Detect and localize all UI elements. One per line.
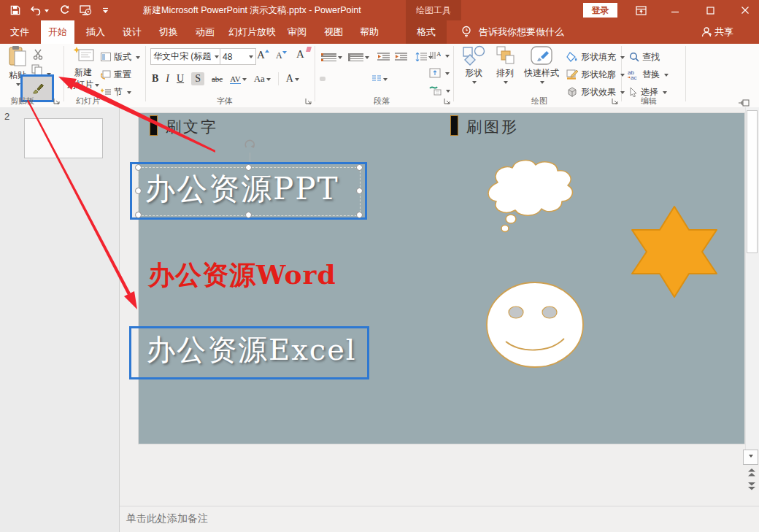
numbering-caret[interactable] (365, 56, 369, 61)
font-size-caret[interactable] (249, 55, 253, 61)
convert-smartart-button[interactable] (429, 83, 450, 98)
next-slide-button[interactable] (747, 482, 756, 491)
cut-icon[interactable] (33, 49, 45, 60)
slide-left-heading[interactable]: 刷文字 (166, 117, 218, 137)
redo-icon[interactable] (59, 0, 69, 20)
shape-outline-caret[interactable] (620, 74, 625, 79)
character-spacing-caret[interactable] (242, 78, 247, 83)
tab-insert[interactable]: 插入 (79, 20, 112, 44)
slide-right-heading[interactable]: 刷图形 (466, 117, 519, 137)
selection-handle-middle-right[interactable] (356, 188, 363, 194)
replace-button[interactable]: abac 替换 (628, 67, 669, 82)
font-family-caret[interactable] (215, 55, 219, 61)
start-slideshow-icon[interactable] (80, 0, 92, 20)
minimize-button[interactable] (663, 0, 687, 20)
shapes-dropdown-caret[interactable] (472, 81, 477, 86)
quick-styles-dropdown-caret[interactable] (540, 81, 544, 86)
justify-button[interactable] (348, 77, 354, 81)
font-family-combobox[interactable]: 华文中宋 (标题 (150, 48, 222, 65)
tab-design[interactable]: 设计 (115, 20, 149, 44)
grow-font-button[interactable]: A (257, 49, 269, 61)
new-slide-button[interactable]: 新建 幻灯片 (67, 45, 99, 91)
tab-help[interactable]: 帮助 (352, 20, 386, 44)
shrink-font-button[interactable]: A (276, 50, 287, 61)
selection-handle-bottom-right[interactable] (356, 212, 363, 218)
align-left-button-active[interactable] (320, 77, 325, 81)
quick-styles-button[interactable]: 快速样式 (520, 45, 563, 85)
font-color-caret[interactable] (295, 78, 299, 83)
clipboard-dialog-launcher[interactable] (53, 98, 61, 105)
undo-button[interactable] (31, 0, 49, 20)
clear-formatting-button[interactable]: A (296, 48, 312, 61)
maximize-button[interactable] (698, 0, 723, 20)
close-button[interactable] (733, 0, 758, 20)
save-icon[interactable] (10, 0, 20, 20)
selection-handle-top-left[interactable] (135, 164, 142, 171)
scroll-down-button[interactable] (743, 450, 758, 465)
bold-button[interactable]: B (152, 73, 158, 85)
shapes-button[interactable]: 形状 (458, 45, 489, 85)
convert-smartart-caret[interactable] (446, 90, 450, 95)
rotate-handle-icon[interactable] (243, 139, 257, 153)
selection-handle-middle-left[interactable] (135, 188, 142, 194)
drawing-dialog-launcher[interactable] (612, 98, 619, 105)
tab-home[interactable]: 开始 (41, 20, 74, 44)
paragraph-dialog-launcher[interactable] (444, 98, 451, 105)
arrange-button[interactable]: 排列 (490, 45, 520, 85)
slide-thumbnail[interactable] (24, 118, 103, 158)
bullets-caret[interactable] (338, 56, 342, 61)
italic-button[interactable]: I (166, 73, 169, 85)
increase-indent-icon[interactable] (395, 53, 407, 61)
pin-ribbon-icon[interactable] (739, 99, 750, 107)
replace-caret[interactable] (664, 74, 669, 79)
distribute-text-button[interactable] (358, 77, 363, 81)
bullets-button[interactable] (321, 53, 342, 61)
align-text-button[interactable] (429, 66, 450, 80)
undo-dropdown-caret[interactable] (45, 9, 49, 15)
select-caret[interactable] (663, 91, 667, 96)
decrease-indent-icon[interactable] (377, 53, 390, 61)
thought-bubble-shape[interactable] (473, 158, 582, 239)
previous-slide-button[interactable] (747, 468, 756, 477)
text-direction-caret[interactable] (445, 55, 450, 60)
arrange-dropdown-caret[interactable] (504, 81, 508, 86)
smiley-face-shape[interactable] (484, 280, 586, 369)
tab-review[interactable]: 审阅 (280, 20, 314, 44)
sign-in-button[interactable]: 登录 (583, 3, 617, 18)
shape-outline-button[interactable]: 形状轮廓 (566, 67, 625, 82)
underline-button[interactable]: U (177, 73, 184, 85)
find-button[interactable]: 查找 (629, 50, 660, 64)
excel-textbox-text[interactable]: 办公资源Excel (146, 330, 357, 370)
shape-effects-button[interactable]: 形状效果 (566, 85, 625, 99)
new-slide-dropdown-caret[interactable] (95, 84, 99, 89)
character-spacing-button[interactable]: AV (230, 74, 246, 84)
align-text-caret[interactable] (445, 72, 450, 77)
align-right-button[interactable] (339, 77, 344, 81)
selection-handle-top-center[interactable] (245, 164, 252, 171)
vertical-scrollbar-thumb[interactable] (747, 110, 758, 253)
right-heading-bar[interactable] (450, 115, 458, 136)
section-dropdown-caret[interactable] (127, 91, 131, 96)
section-button[interactable]: 节 (101, 85, 131, 99)
word-text[interactable]: 办公资源Word (148, 258, 336, 293)
font-color-button[interactable]: A (286, 73, 299, 85)
change-case-caret[interactable] (266, 78, 271, 83)
ppt-textbox-text[interactable]: 办公资源PPT (145, 169, 339, 209)
share-button[interactable]: 共享 (712, 20, 736, 44)
notes-pane[interactable]: 单击此处添加备注 (120, 506, 759, 532)
shape-fill-caret[interactable] (620, 56, 625, 61)
six-point-star-shape[interactable] (626, 205, 723, 298)
notes-placeholder[interactable]: 单击此处添加备注 (126, 512, 208, 525)
customize-qat-caret[interactable] (102, 0, 109, 20)
tab-slide-show[interactable]: 幻灯片放映 (221, 20, 283, 44)
shape-fill-button[interactable]: 形状填充 (566, 50, 625, 64)
change-case-button[interactable]: Aa (254, 73, 271, 85)
reset-button[interactable]: 重置 (101, 67, 131, 82)
selection-handle-bottom-center[interactable] (245, 212, 252, 218)
ribbon-display-options-icon[interactable] (628, 0, 653, 20)
text-shadow-button-active[interactable]: S (191, 72, 204, 85)
font-size-combobox[interactable]: 48 (220, 48, 256, 65)
selection-handle-bottom-left[interactable] (135, 212, 142, 218)
layout-dropdown-caret[interactable] (136, 56, 140, 61)
tab-animations[interactable]: 动画 (188, 20, 222, 44)
